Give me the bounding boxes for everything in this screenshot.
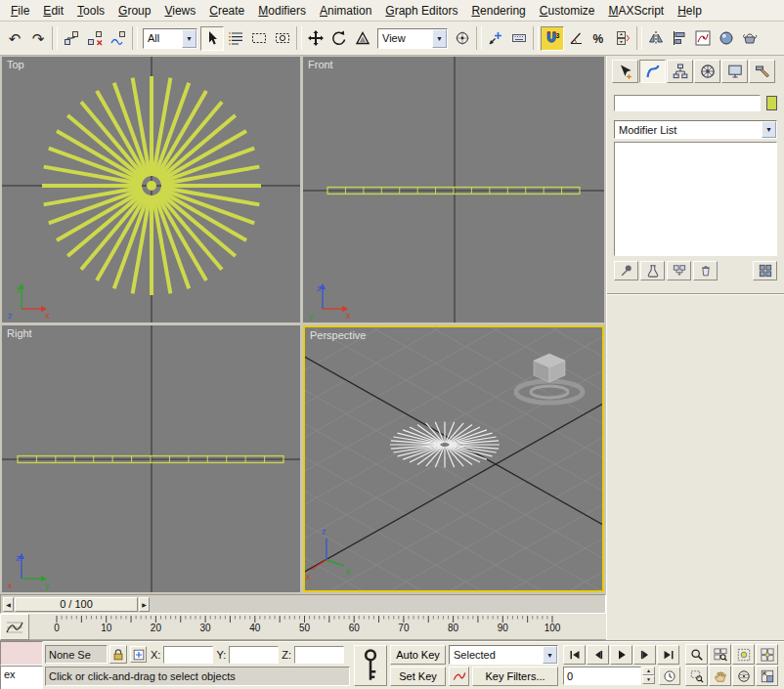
zoom-extents-button[interactable]: [732, 644, 755, 665]
rectangular-selection-region-button[interactable]: [247, 26, 271, 51]
go-to-end-button[interactable]: [657, 645, 679, 665]
pan-button[interactable]: [709, 666, 731, 686]
menu-animation[interactable]: Animation: [313, 2, 378, 20]
go-to-start-button[interactable]: [563, 645, 586, 665]
selection-lock-toggle[interactable]: [109, 645, 127, 664]
menu-create[interactable]: Create: [202, 2, 251, 20]
undo-button[interactable]: ↶: [3, 26, 26, 51]
viewport-right[interactable]: zyx Right: [2, 325, 300, 592]
show-end-result-button[interactable]: [640, 261, 665, 280]
curve-editor-button[interactable]: [691, 26, 715, 51]
menu-help[interactable]: Help: [671, 2, 709, 20]
viewport-top-label[interactable]: Top: [7, 59, 24, 70]
object-name-field[interactable]: [614, 95, 761, 111]
reference-coordinate-system-dropdown[interactable]: View▼: [377, 28, 448, 49]
menu-edit[interactable]: Edit: [36, 2, 70, 20]
play-animation-button[interactable]: [610, 645, 632, 665]
remove-modifier-button[interactable]: [693, 261, 718, 280]
absolute-offset-mode-toggle[interactable]: [130, 646, 147, 663]
chevron-down-icon[interactable]: ▼: [543, 646, 557, 664]
previous-frame-button[interactable]: [587, 645, 609, 665]
coordinate-input-y[interactable]: [229, 646, 279, 664]
next-frame-button[interactable]: [633, 645, 656, 665]
object-color-swatch[interactable]: [766, 96, 777, 110]
viewport-top-scene[interactable]: yxz: [2, 57, 300, 323]
zoom-region-button[interactable]: [685, 666, 708, 686]
viewport-front-label[interactable]: Front: [308, 59, 333, 70]
current-frame-field[interactable]: [563, 667, 641, 685]
percent-snap-toggle-button[interactable]: %: [588, 26, 611, 51]
align-button[interactable]: [668, 26, 691, 51]
chevron-down-icon[interactable]: ▼: [182, 29, 196, 48]
viewport-perspective-scene[interactable]: zxy: [305, 327, 602, 590]
arc-rotate-button[interactable]: [732, 666, 755, 686]
render-setup-button[interactable]: [738, 26, 762, 51]
coordinate-input-z[interactable]: [294, 646, 344, 664]
material-editor-button[interactable]: [715, 26, 738, 51]
menu-views[interactable]: Views: [157, 2, 202, 20]
menu-rendering[interactable]: Rendering: [464, 2, 532, 20]
spinner-up-icon[interactable]: ▲: [642, 667, 655, 675]
menu-graph-editors[interactable]: Graph Editors: [378, 2, 464, 20]
menu-maxscript[interactable]: MAXScript: [602, 2, 672, 20]
menu-modifiers[interactable]: Modifiers: [251, 2, 313, 20]
time-step-back-button[interactable]: ◀: [3, 597, 14, 612]
make-unique-button[interactable]: [667, 261, 691, 280]
tab-motion[interactable]: [694, 60, 720, 83]
key-mode-toggle-button[interactable]: [449, 667, 469, 686]
menu-group[interactable]: Group: [111, 2, 157, 20]
select-by-name-button[interactable]: [224, 26, 247, 51]
chevron-down-icon[interactable]: ▼: [762, 121, 776, 138]
modifier-stack-list[interactable]: [614, 142, 777, 256]
key-mode-dropdown[interactable]: Selected ▼: [449, 645, 558, 665]
viewport-top[interactable]: yxz Top: [2, 57, 300, 323]
pin-stack-button[interactable]: [614, 261, 638, 280]
unlink-selection-button[interactable]: [83, 26, 107, 51]
coordinate-input-x[interactable]: [163, 646, 213, 664]
chevron-down-icon[interactable]: ▼: [432, 29, 447, 48]
listener-line[interactable]: ex: [0, 666, 43, 689]
time-slider-handle[interactable]: 0 / 100: [15, 597, 138, 612]
tab-display[interactable]: [721, 60, 748, 83]
key-filters-button[interactable]: Key Filters...: [472, 667, 558, 686]
selection-filter-dropdown[interactable]: All▼: [143, 28, 197, 49]
viewport-right-label[interactable]: Right: [7, 327, 32, 339]
tab-utilities[interactable]: [749, 60, 775, 83]
maxscript-mini-listener[interactable]: ex: [0, 641, 43, 689]
select-and-manipulate-button[interactable]: [484, 26, 507, 51]
redo-button[interactable]: ↷: [26, 26, 50, 51]
track-bar[interactable]: 0102030405060708090100: [29, 614, 606, 640]
open-mini-curve-editor-button[interactable]: [0, 614, 29, 640]
set-keys-button[interactable]: [354, 645, 387, 686]
spinner-down-icon[interactable]: ▼: [642, 675, 655, 684]
menu-file[interactable]: File: [4, 2, 36, 20]
tab-create[interactable]: [612, 60, 638, 83]
viewport-perspective[interactable]: zxy Perspective: [303, 325, 604, 592]
zoom-all-button[interactable]: [709, 644, 731, 665]
bind-to-space-warp-button[interactable]: [107, 26, 130, 51]
maximize-viewport-toggle-button[interactable]: [756, 666, 778, 686]
macro-recorder-line[interactable]: [0, 641, 43, 666]
menu-customize[interactable]: Customize: [533, 2, 602, 20]
spinner-snap-toggle-button[interactable]: [611, 26, 634, 51]
window-crossing-button[interactable]: [271, 26, 294, 51]
time-slider[interactable]: ◀ 0 / 100 ▶: [0, 594, 606, 614]
mirror-button[interactable]: [644, 26, 668, 51]
configure-modifier-sets-button[interactable]: [753, 261, 777, 280]
use-pivot-point-center-button[interactable]: [451, 26, 474, 51]
select-and-link-button[interactable]: [60, 26, 83, 51]
auto-key-button[interactable]: Auto Key: [390, 645, 446, 665]
select-and-scale-button[interactable]: [351, 26, 374, 51]
angle-snap-toggle-button[interactable]: [564, 26, 588, 51]
snaps-toggle-button[interactable]: 3: [541, 26, 564, 51]
set-key-button[interactable]: Set Key: [390, 667, 446, 686]
viewport-perspective-label[interactable]: Perspective: [310, 329, 366, 341]
select-and-rotate-button[interactable]: [327, 26, 351, 51]
zoom-button[interactable]: [685, 644, 708, 665]
select-object-button[interactable]: [200, 26, 224, 51]
time-step-forward-button[interactable]: ▶: [139, 597, 150, 612]
modifier-list-dropdown[interactable]: Modifier List ▼: [614, 120, 777, 139]
viewport-front[interactable]: zxy Front: [303, 57, 604, 323]
viewport-right-scene[interactable]: zyx: [2, 325, 300, 592]
keyboard-shortcut-override-toggle-button[interactable]: [507, 26, 531, 51]
